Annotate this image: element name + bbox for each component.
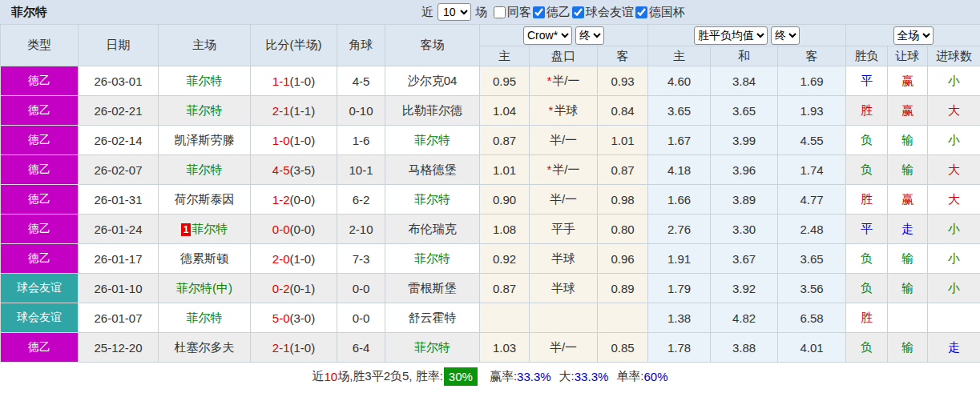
handicap-cell: 半/一: [530, 126, 598, 155]
goals-result-cell: 大: [928, 155, 980, 185]
home-team-name: 杜塞尔多夫: [175, 340, 235, 354]
filter-item-3[interactable]: 德国杯: [635, 5, 685, 20]
handicap-result-cell: 赢: [888, 66, 928, 96]
home-team-name: 菲尔特: [187, 162, 223, 176]
date-cell: 26-01-10: [79, 274, 159, 303]
avg-away-cell: 4.55: [778, 126, 846, 155]
avg-draw-cell: 3.89: [711, 185, 778, 215]
avg-draw-cell: 3.67: [711, 244, 778, 274]
home-team-cell: 1菲尔特: [159, 215, 251, 244]
corners-cell: 0-0: [337, 303, 385, 333]
league-type-cell: 德乙: [1, 244, 79, 274]
avg-home-cell: 4.60: [648, 66, 711, 96]
handicap-cell: 半/一: [530, 185, 598, 215]
league-type-cell: 德乙: [1, 333, 79, 363]
average-odds-select[interactable]: 胜平负均值: [694, 26, 768, 45]
sub-header-handicap: 盘口: [530, 46, 598, 66]
filter-controls: 近 10 场 同客德乙球会友谊德国杯: [421, 3, 687, 21]
avg-home-cell: 1.38: [648, 303, 711, 333]
handicap-text: 半球: [554, 103, 578, 117]
avg-home-cell: 1.79: [648, 274, 711, 303]
score-cell: 4-5(3-5): [251, 155, 337, 185]
corners-cell: 4-5: [337, 66, 385, 96]
away-team-cell: 布伦瑞克: [385, 215, 480, 244]
score-cell: 1-2(0-0): [251, 185, 337, 215]
home-team-name: 德累斯顿: [180, 251, 228, 265]
halftime-score: (0-0): [290, 223, 316, 236]
filter-checkbox[interactable]: [494, 6, 506, 18]
col-header-corners: 角球: [337, 25, 385, 66]
match-row: 德乙26-02-07菲尔特4-5(3-5)10-1马格德堡1.01*半/一0.8…: [1, 155, 980, 185]
league-type-cell: 德乙: [1, 155, 79, 185]
sub-header-odds-home: 主: [480, 46, 530, 66]
fulltime-score: 0-2: [272, 282, 290, 295]
average-odds-header: 胜平负均值 终: [648, 25, 846, 46]
odds-away-cell: 0.98: [598, 185, 648, 215]
date-cell: 26-01-17: [79, 244, 159, 274]
sub-header-goals: 进球数: [928, 46, 980, 66]
fulltime-score: 2-0: [272, 252, 290, 266]
avg-away-cell: 2.48: [778, 215, 846, 244]
avg-draw-cell: 3.99: [711, 126, 778, 155]
avg-draw-cell: 3.88: [711, 333, 778, 363]
score-cell: 5-0(3-0): [251, 303, 337, 333]
match-row: 德乙25-12-20杜塞尔多夫2-1(1-0)6-4菲尔特1.03半/一0.85…: [1, 333, 980, 363]
halftime-score: (1-0): [290, 341, 316, 355]
result-scope-select[interactable]: 全场: [893, 26, 934, 45]
odds-company-state-select[interactable]: 终: [575, 26, 604, 45]
home-team-cell: 菲尔特: [159, 96, 251, 126]
handicap-result-cell: 赢: [888, 96, 928, 126]
filter-item-1[interactable]: 德乙: [533, 5, 571, 20]
home-team-cell: 菲尔特: [159, 66, 251, 96]
away-team-name: 舒云霍特: [409, 311, 457, 324]
handicap-cell: 半球: [530, 274, 598, 303]
handicap-text: 半/一: [550, 192, 577, 206]
away-team-cell: 菲尔特: [385, 126, 480, 155]
fulltime-score: 2-1: [272, 341, 290, 355]
result-cell: 负: [846, 126, 888, 155]
rank-badge: 1: [181, 223, 192, 236]
col-header-away: 客场: [385, 25, 480, 66]
corners-cell: 0-10: [337, 96, 385, 126]
changed-odds-star: *: [546, 162, 551, 176]
away-team-cell: 菲尔特: [385, 333, 480, 363]
handicap-text: 半/一: [552, 74, 579, 87]
match-count-select[interactable]: 10: [438, 3, 471, 21]
filter-checkbox[interactable]: [572, 6, 584, 18]
handicap-cell: *半/一: [530, 155, 598, 185]
filter-checkbox[interactable]: [635, 6, 647, 18]
odds-home-cell: 0.87: [480, 126, 530, 155]
away-team-cell: 沙尔克04: [385, 66, 480, 96]
single-rate-value: 60%: [644, 370, 668, 383]
odds-away-cell: 0.84: [598, 96, 648, 126]
sub-header-result: 胜负: [846, 46, 888, 66]
away-team-name: 菲尔特: [414, 192, 450, 206]
result-cell: 负: [846, 244, 888, 274]
handicap-result-cell: 输: [888, 274, 928, 303]
handicap-text: 平手: [551, 222, 575, 235]
date-cell: 26-01-24: [79, 215, 159, 244]
avg-home-cell: 1.91: [648, 244, 711, 274]
date-cell: 26-02-14: [79, 126, 159, 155]
odds-company-select[interactable]: Crow*: [523, 26, 572, 45]
match-row: 球会友谊26-01-07菲尔特5-0(3-0)0-0舒云霍特1.384.826.…: [1, 303, 980, 333]
goals-result-cell: 小: [928, 126, 980, 155]
over-rate-value: 33.3%: [575, 370, 609, 383]
league-type-cell: 德乙: [1, 96, 79, 126]
corners-cell: 10-1: [337, 155, 385, 185]
fulltime-score: 1-2: [272, 193, 290, 207]
average-odds-state-select[interactable]: 终: [771, 26, 800, 45]
filter-item-0[interactable]: 同客: [494, 5, 531, 20]
goals-result-cell: 大: [928, 185, 980, 215]
avg-away-cell: 1.93: [778, 96, 846, 126]
filter-checkbox[interactable]: [533, 6, 545, 18]
halftime-score: (1-0): [290, 134, 316, 147]
away-team-name: 菲尔特: [414, 251, 450, 265]
halftime-score: (3-5): [290, 163, 316, 177]
filter-item-2[interactable]: 球会友谊: [572, 5, 634, 20]
handicap-cell: [530, 303, 598, 333]
filter-label: 德乙: [546, 5, 571, 20]
away-team-name: 沙尔克04: [408, 74, 458, 87]
matches-label: 场: [475, 5, 487, 20]
date-cell: 26-01-31: [79, 185, 159, 215]
